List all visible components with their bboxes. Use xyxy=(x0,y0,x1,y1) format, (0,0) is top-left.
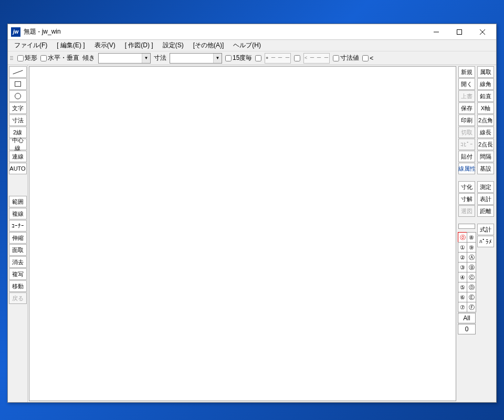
pat2-checkbox-input[interactable] xyxy=(294,55,300,61)
lt-checkbox-input[interactable] xyxy=(362,55,369,61)
layer-0[interactable]: ⓪ xyxy=(458,232,467,243)
tool-renline[interactable]: 連線 xyxy=(9,151,27,162)
opt-hv-checkbox[interactable]: 水平・垂直 xyxy=(40,54,79,62)
rect-label: 矩形 xyxy=(25,54,37,62)
btn-dimkai[interactable]: 寸解 xyxy=(458,193,475,205)
layer-f[interactable]: Ⓕ xyxy=(467,302,476,312)
tool-erase[interactable]: 消去 xyxy=(9,256,27,268)
pattern1-button[interactable]: ● ー ー ー xyxy=(265,53,291,64)
minimize-button[interactable] xyxy=(425,25,448,39)
tool-copy[interactable]: 複写 xyxy=(9,268,27,280)
btn-lineprop[interactable]: 線属性 xyxy=(458,163,475,174)
btn-save[interactable]: 保存 xyxy=(458,102,475,114)
menu-settings[interactable]: 設定(S) xyxy=(159,40,188,51)
layer-4[interactable]: ④ xyxy=(458,272,467,282)
angle-combo[interactable]: ▼ xyxy=(98,53,151,64)
layer-6[interactable]: ⑥ xyxy=(458,292,467,302)
layer-d[interactable]: Ⓓ xyxy=(467,282,476,292)
btn-ang2pt[interactable]: 2点角 xyxy=(477,114,494,126)
menu-help[interactable]: ヘルプ(H) xyxy=(229,40,265,51)
tool-text[interactable]: 文字 xyxy=(9,102,27,114)
toolbar-grip[interactable] xyxy=(10,53,13,64)
deg15-checkbox-input[interactable] xyxy=(225,55,232,61)
btn-baseset[interactable]: 基設 xyxy=(477,163,494,174)
tool-multi[interactable]: 複線 xyxy=(9,208,27,219)
tool-move[interactable]: 移動 xyxy=(9,280,27,292)
btn-copy[interactable]: ｺﾋﾟｰ xyxy=(458,139,475,150)
btn-lineang[interactable]: 線角 xyxy=(477,78,494,90)
pat1-checkbox-input[interactable] xyxy=(255,55,261,61)
btn-new[interactable]: 新規 xyxy=(458,66,475,78)
menu-draw[interactable]: [ 作図(D) ] xyxy=(121,40,158,51)
tool-back[interactable]: 戻る xyxy=(9,292,27,304)
chevron-down-icon[interactable]: ▼ xyxy=(142,54,150,63)
btn-linelen[interactable]: 線長 xyxy=(477,127,494,138)
btn-selzu[interactable]: 選図 xyxy=(458,205,475,217)
layer-b[interactable]: Ⓑ xyxy=(467,262,476,272)
btn-table[interactable]: 表計 xyxy=(477,193,494,205)
right-panel: 新規 開く 上書 保存 印刷 切取 ｺﾋﾟｰ 貼付 線属性 寸化 寸解 選図 xyxy=(457,65,496,402)
opt-lt-checkbox[interactable]: < xyxy=(362,55,373,62)
drawing-canvas[interactable] xyxy=(29,66,456,401)
opt-pat2-checkbox[interactable] xyxy=(294,55,300,61)
btn-print[interactable]: 印刷 xyxy=(458,114,475,126)
title-bar[interactable]: jw 無題 - jw_win xyxy=(8,24,496,40)
options-bar: 矩形 水平・垂直 傾き ▼ 寸法 ▼ 15度毎 ● ー xyxy=(8,51,496,65)
chevron-down-icon[interactable]: ▼ xyxy=(213,54,222,63)
opt-pat1-checkbox[interactable] xyxy=(255,55,261,61)
btn-len2pt[interactable]: 2点長 xyxy=(477,139,494,150)
layer-8[interactable]: ⑧ xyxy=(467,232,476,243)
layer-a[interactable]: Ⓐ xyxy=(467,252,476,262)
btn-formula[interactable]: 式計 xyxy=(477,224,494,235)
layer-2[interactable]: ② xyxy=(458,252,467,262)
layer-3[interactable]: ③ xyxy=(458,262,467,272)
btn-xaxis[interactable]: X軸 xyxy=(477,102,494,114)
tool-dim[interactable]: 寸法 xyxy=(9,114,27,126)
btn-attrget[interactable]: 属取 xyxy=(477,66,494,78)
layer-zero-button[interactable]: 0 xyxy=(458,324,476,334)
layer-e[interactable]: Ⓔ xyxy=(467,292,476,302)
layer-7[interactable]: ⑦ xyxy=(458,302,467,312)
btn-overwrite[interactable]: 上書 xyxy=(458,90,475,102)
color-swatch[interactable] xyxy=(458,224,475,229)
maximize-button[interactable] xyxy=(448,25,471,39)
menu-edit[interactable]: [ 編集(E) ] xyxy=(52,40,89,51)
btn-cut[interactable]: 切取 xyxy=(458,127,475,138)
tool-corner[interactable]: ｺｰﾅｰ xyxy=(9,220,27,232)
menu-file[interactable]: ファイル(F) xyxy=(10,40,51,51)
layer-c[interactable]: Ⓒ xyxy=(467,272,476,282)
hv-label: 水平・垂直 xyxy=(48,54,79,62)
btn-param[interactable]: ﾊﾟﾗﾒ xyxy=(477,236,494,247)
menu-view[interactable]: 表示(V) xyxy=(90,40,120,51)
btn-measure[interactable]: 測定 xyxy=(477,181,494,193)
tool-line[interactable] xyxy=(9,66,27,78)
btn-dimka[interactable]: 寸化 xyxy=(458,181,475,193)
btn-paste[interactable]: 貼付 xyxy=(458,151,475,162)
tool-centerline[interactable]: 中心線 xyxy=(9,139,27,150)
btn-open[interactable]: 開く xyxy=(458,78,475,90)
layer-9[interactable]: ⑨ xyxy=(467,242,476,253)
tool-auto[interactable]: AUTO xyxy=(9,163,27,174)
layer-all-button[interactable]: All xyxy=(458,313,476,323)
btn-interval[interactable]: 間隔 xyxy=(477,151,494,162)
rect-checkbox-input[interactable] xyxy=(17,55,24,61)
menu-other[interactable]: [その他(A)] xyxy=(189,40,228,51)
btn-plumb[interactable]: 鉛直 xyxy=(477,90,494,102)
tool-range[interactable]: 範囲 xyxy=(9,196,27,207)
opt-15deg-checkbox[interactable]: 15度毎 xyxy=(225,54,252,62)
opt-rect-checkbox[interactable]: 矩形 xyxy=(17,54,37,62)
layer-1[interactable]: ① xyxy=(458,242,467,253)
layer-5[interactable]: ⑤ xyxy=(458,282,467,292)
btn-distance[interactable]: 距離 xyxy=(477,205,494,217)
tool-rect[interactable] xyxy=(9,78,27,90)
line-icon xyxy=(13,70,23,74)
tool-stretch[interactable]: 伸縮 xyxy=(9,232,27,244)
dimvalue-checkbox-input[interactable] xyxy=(333,55,339,61)
opt-dimvalue-checkbox[interactable]: 寸法値 xyxy=(333,54,359,62)
pattern2-button[interactable]: < ー ー ー xyxy=(303,53,330,64)
tool-circle[interactable] xyxy=(9,90,27,102)
dim-combo[interactable]: ▼ xyxy=(170,53,222,64)
close-button[interactable] xyxy=(471,25,494,39)
hv-checkbox-input[interactable] xyxy=(40,55,47,61)
tool-chamfer[interactable]: 面取 xyxy=(9,244,27,256)
